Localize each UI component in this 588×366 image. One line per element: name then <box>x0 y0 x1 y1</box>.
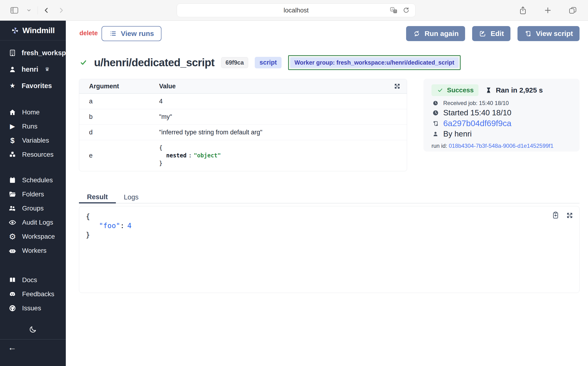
sidebar-collapse-button[interactable]: ← <box>0 339 66 355</box>
json-value: 4 <box>127 221 131 230</box>
run-info-card: Success Ran in 2,925 s Received jo <box>424 79 580 152</box>
sidebar-item-groups[interactable]: Groups <box>0 201 66 215</box>
object-open-brace: { <box>159 144 407 152</box>
script-kind-badge: script <box>255 57 282 68</box>
book-icon <box>8 276 16 284</box>
sidebar-item-docs[interactable]: Docs <box>0 273 66 287</box>
page-title: u/henri/dedicated_script <box>94 56 215 69</box>
run-id-link[interactable]: 018b4304-7b3f-548a-9006-d1e1452599f1 <box>449 143 553 149</box>
status-label: Success <box>447 86 474 94</box>
expand-result-button[interactable] <box>566 211 574 219</box>
received-job-row: Received job: 15:40 18/10 <box>432 100 572 107</box>
scroll-icon <box>524 30 532 37</box>
new-tab-button[interactable] <box>541 7 555 14</box>
sidebar-item-schedules[interactable]: Schedules <box>0 173 66 187</box>
sidebar-workspace-selector[interactable]: fresh_worksp... <box>0 45 66 61</box>
run-toolbar: delete View runs <box>66 26 588 41</box>
play-icon: ▶ <box>8 123 16 130</box>
sidebar-item-home[interactable]: Home <box>0 105 66 119</box>
argument-name: b <box>79 113 159 121</box>
success-check-icon <box>79 59 87 66</box>
browser-sidebar-chevron-button[interactable] <box>22 8 36 13</box>
clipboard-copy-icon <box>552 211 560 219</box>
expand-arguments-button[interactable] <box>392 82 402 91</box>
script-header: u/henri/dedicated_script 69f9ca script W… <box>79 54 461 71</box>
reload-button[interactable] <box>401 7 411 14</box>
table-row: e { nested:"object" } <box>79 140 407 171</box>
tab-logs[interactable]: Logs <box>116 191 147 203</box>
worker-group-badge[interactable]: Worker group: fresh_workspace:u/henri/de… <box>288 55 461 70</box>
argument-object-value: { nested:"object" } <box>159 144 407 167</box>
script-hash-badge[interactable]: 69f9ca <box>221 57 248 68</box>
sidebar-item-audit-logs[interactable]: Audit Logs <box>0 215 66 229</box>
sidebar-item-label: Favorites <box>22 82 52 90</box>
dark-mode-toggle[interactable] <box>0 322 66 336</box>
job-id-link[interactable]: 6a297b04df69f9ca <box>443 119 511 128</box>
sidebar-item-feedbacks[interactable]: Feedbacks <box>0 287 66 301</box>
run-duration-label: Ran in 2,925 s <box>496 86 543 94</box>
sidebar-item-label: Workers <box>22 247 46 254</box>
table-row: a 4 <box>79 93 407 109</box>
json-open-brace: { <box>86 212 579 221</box>
sidebar-item-favorites[interactable]: ★ Favorites <box>0 77 66 94</box>
by-row: By henri <box>432 130 572 138</box>
expand-icon <box>393 83 401 90</box>
tab-overview-button[interactable] <box>565 6 580 14</box>
run-duration: Ran in 2,925 s <box>485 86 543 94</box>
sidebar-item-issues[interactable]: Issues <box>0 301 66 315</box>
calendar-icon <box>8 177 16 184</box>
result-panel: { "foo":4 } <box>79 206 580 293</box>
job-id-row: 6a297b04df69f9ca <box>432 119 572 128</box>
discord-icon <box>8 290 16 298</box>
groups-icon <box>8 205 16 212</box>
translate-button[interactable]: A * <box>389 7 399 14</box>
app-sidebar: Windmill fresh_worksp... <box>0 21 66 366</box>
view-script-button[interactable]: View script <box>518 26 580 41</box>
delete-button[interactable]: delete <box>79 30 98 37</box>
by-label: By henri <box>443 130 472 138</box>
object-key: nested <box>166 152 187 159</box>
json-colon: : <box>120 221 127 230</box>
edit-button[interactable]: Edit <box>472 26 511 41</box>
arguments-table-header: Argument Value <box>79 79 407 93</box>
view-runs-button[interactable]: View runs <box>101 26 162 41</box>
run-id-row: run id: 018b4304-7b3f-548a-9006-d1e14525… <box>432 143 572 149</box>
github-icon <box>8 305 16 312</box>
sidebar-user-menu[interactable]: henri ♛ <box>0 61 66 77</box>
sidebar-item-folders[interactable]: Folders <box>0 187 66 201</box>
share-button[interactable] <box>516 6 530 15</box>
browser-toolbar: localhost A * <box>0 0 588 21</box>
sidebar-item-workspace[interactable]: ⚙ Workspace <box>0 229 66 244</box>
sidebar-item-label: Runs <box>22 123 37 130</box>
argument-name: d <box>79 129 159 136</box>
browser-sidebar-toggle-button[interactable] <box>7 6 22 14</box>
browser-back-button[interactable] <box>39 6 54 14</box>
windmill-logo[interactable]: Windmill <box>0 21 66 40</box>
folder-open-icon <box>8 191 16 198</box>
sidebar-item-workers[interactable]: Workers <box>0 244 66 258</box>
run-again-button[interactable]: Run again <box>406 26 465 41</box>
sidebar-item-variables[interactable]: $ Variables <box>0 133 66 147</box>
tab-result[interactable]: Result <box>79 191 116 203</box>
sidebar-item-runs[interactable]: ▶ Runs <box>0 119 66 133</box>
plus-icon <box>544 7 552 14</box>
argument-value: "inferred type string from default arg" <box>159 129 407 136</box>
column-header-argument: Argument <box>79 83 159 90</box>
copy-result-button[interactable] <box>552 211 560 219</box>
address-bar-url[interactable]: localhost <box>284 7 309 14</box>
arguments-table: Argument Value a 4 <box>79 79 407 171</box>
check-icon <box>436 87 444 93</box>
list-icon <box>109 30 117 37</box>
argument-name: a <box>79 98 159 105</box>
sidebar-item-label: Resources <box>22 151 54 158</box>
home-icon <box>8 108 16 116</box>
argument-value: 4 <box>159 98 407 105</box>
sidebar-item-resources[interactable]: Resources <box>0 147 66 162</box>
main-content: delete View runs <box>66 21 588 366</box>
tabs-overview-icon <box>569 6 577 14</box>
clock-icon <box>432 110 440 116</box>
browser-forward-button[interactable] <box>54 6 68 14</box>
address-bar[interactable]: localhost A * <box>177 4 416 17</box>
table-row: d "inferred type string from default arg… <box>79 124 407 140</box>
scroll-icon <box>432 120 440 127</box>
